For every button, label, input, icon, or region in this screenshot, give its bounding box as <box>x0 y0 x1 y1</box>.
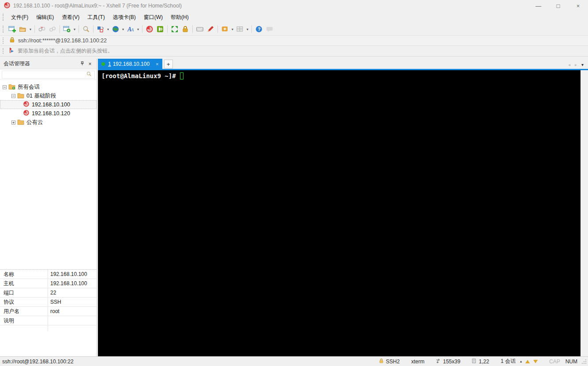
compose-pane-dropdown[interactable]: ▾ <box>106 24 110 34</box>
layout-grid-button[interactable] <box>235 24 245 34</box>
property-value: 22 <box>48 290 56 296</box>
session-search-row <box>0 69 97 80</box>
layout-grid-dropdown[interactable]: ▾ <box>245 24 250 34</box>
encoding-button[interactable] <box>110 24 121 34</box>
new-session-icon <box>8 25 16 33</box>
new-session-button[interactable] <box>7 24 18 34</box>
close-button[interactable]: × <box>568 0 588 11</box>
encoding-globe-icon <box>112 25 120 33</box>
layout-grid-icon <box>236 25 244 33</box>
tree-item-session-120[interactable]: 192.168.10.120 <box>0 109 97 118</box>
tab-scroll-left-icon[interactable]: ◂ <box>568 62 570 67</box>
find-icon <box>82 25 90 33</box>
xftp-transfer-button[interactable] <box>155 24 165 34</box>
tab-list-dropdown-icon[interactable]: ▾ <box>581 62 584 67</box>
feedback-button[interactable] <box>264 24 275 34</box>
property-label: 端口 <box>0 288 48 297</box>
folder-icon <box>17 119 24 126</box>
connected-status-icon <box>101 62 105 66</box>
status-session-count[interactable]: 1 会话 <box>501 358 516 365</box>
resize-grip[interactable] <box>582 359 586 364</box>
session-search-input[interactable] <box>2 71 95 79</box>
session-properties-dropdown[interactable]: ▾ <box>72 24 77 34</box>
collapse-icon[interactable]: − <box>11 94 15 98</box>
fullscreen-button[interactable] <box>169 24 180 34</box>
toolbar-separator <box>251 25 252 33</box>
ssh-lock-icon <box>378 358 386 365</box>
terminal-screen[interactable]: [root@AlmaLinux9 ~]# <box>98 70 581 356</box>
menu-window[interactable]: 窗口(W) <box>140 12 167 23</box>
open-dropdown[interactable]: ▾ <box>28 24 33 34</box>
disconnect-button[interactable] <box>37 24 47 34</box>
minimize-button[interactable]: — <box>528 0 548 11</box>
compose-pane-button[interactable] <box>95 24 106 34</box>
tab-scroll-right-icon[interactable]: ▸ <box>575 62 577 67</box>
property-row-port: 端口 22 <box>0 288 97 298</box>
lock-screen-button[interactable] <box>180 24 191 34</box>
font-button[interactable]: AA <box>125 24 136 34</box>
new-layout-icon <box>221 25 229 33</box>
pin-panel-button[interactable] <box>78 61 86 67</box>
session-properties-icon <box>63 25 71 33</box>
new-layout-dropdown[interactable]: ▾ <box>230 24 235 34</box>
new-xshell-session-button[interactable] <box>144 24 155 34</box>
new-tab-button[interactable]: + <box>164 60 173 68</box>
property-row-host: 主机 192.168.10.100 <box>0 279 97 288</box>
terminal-prompt: [root@AlmaLinux9 ~]# <box>101 72 176 79</box>
reconnect-button[interactable] <box>47 24 58 34</box>
menu-tabs[interactable]: 选项卡(B) <box>109 12 140 23</box>
session-properties-button[interactable] <box>62 24 72 34</box>
toolbar-separator <box>167 25 168 33</box>
close-panel-button[interactable]: × <box>86 61 94 67</box>
property-label: 名称 <box>0 270 48 279</box>
open-folder-icon <box>19 25 27 33</box>
tree-label: 192.168.10.120 <box>32 110 70 117</box>
scroll-up-icon[interactable] <box>525 360 530 363</box>
main-area: 会话管理器 × − 所有会话 − 01 基础阶段 192.168.10.100 <box>0 57 588 356</box>
tree-item-folder-cloud[interactable]: + 公有云 <box>0 118 97 127</box>
menu-help[interactable]: 帮助(H) <box>167 12 193 23</box>
session-manager-header: 会话管理器 × <box>0 59 97 69</box>
tree-item-all-sessions[interactable]: − 所有会话 <box>0 83 97 91</box>
help-button[interactable]: ? <box>254 24 264 34</box>
menu-bar: 文件(F) 编辑(E) 查看(V) 工具(T) 选项卡(B) 窗口(W) 帮助(… <box>0 11 588 23</box>
address-url[interactable]: ssh://root:******@192.168.10.100:22 <box>18 38 107 44</box>
keyboard-icon <box>196 25 204 33</box>
collapse-icon[interactable]: − <box>3 85 7 89</box>
highlight-button[interactable] <box>205 24 216 34</box>
property-label: 主机 <box>0 279 48 288</box>
xftp-icon <box>156 25 164 33</box>
menu-edit[interactable]: 编辑(E) <box>32 12 58 23</box>
status-cursor-position: 1,22 <box>472 358 489 365</box>
property-label: 说明 <box>0 316 48 325</box>
menu-view[interactable]: 查看(V) <box>58 12 83 23</box>
find-button[interactable] <box>81 24 91 34</box>
tree-item-folder-basic[interactable]: − 01 基础阶段 <box>0 91 97 100</box>
encoding-dropdown[interactable]: ▾ <box>121 24 125 34</box>
scroll-down-icon[interactable] <box>533 360 538 363</box>
tree-item-session-100[interactable]: 192.168.10.100 <box>0 100 97 109</box>
cursor-position-icon <box>472 358 479 365</box>
toolbar-separator <box>192 25 193 33</box>
expand-icon[interactable]: + <box>11 121 15 125</box>
property-row-empty <box>0 325 97 331</box>
session-snail-icon <box>23 109 30 117</box>
open-button[interactable] <box>18 24 28 34</box>
toolbar-grip <box>3 48 5 54</box>
terminal-scrollbar[interactable] <box>581 70 588 356</box>
tab-session-active[interactable]: 1 192.168.10.100 × <box>98 59 162 69</box>
new-layout-button[interactable] <box>220 24 230 34</box>
menu-tools[interactable]: 工具(T) <box>83 12 109 23</box>
session-list-dropdown-icon[interactable]: ▴ <box>520 359 522 363</box>
compose-pane-icon <box>97 25 105 33</box>
virtual-keyboard-button[interactable] <box>195 24 205 34</box>
tab-close-icon[interactable]: × <box>156 61 158 67</box>
folder-icon <box>17 92 24 100</box>
font-dropdown[interactable]: ▾ <box>136 24 140 34</box>
address-bar[interactable]: ssh://root:******@192.168.10.100:22 <box>0 35 588 46</box>
status-terminal-type[interactable]: xterm <box>411 358 424 365</box>
property-row-username: 用户名 root <box>0 307 97 316</box>
menu-file[interactable]: 文件(F) <box>7 12 32 23</box>
maximize-button[interactable]: □ <box>548 0 568 11</box>
font-icon: AA <box>127 25 135 33</box>
